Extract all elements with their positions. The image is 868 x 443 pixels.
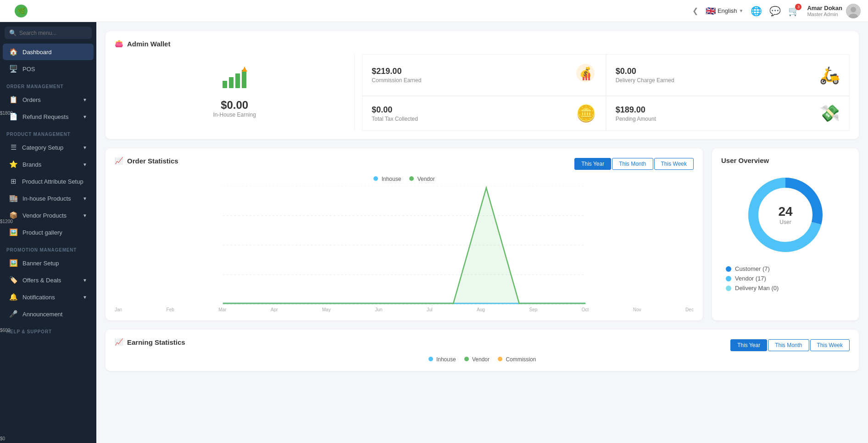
search-input[interactable]: [19, 30, 87, 36]
cart-icon[interactable]: 🛒 3: [788, 6, 800, 17]
chevron-down-icon: ▼: [83, 196, 87, 201]
delivery-charge-label: Delivery Charge Earned: [616, 77, 674, 84]
sidebar-item-label: Banner Setup: [22, 260, 59, 267]
x-aug: Aug: [477, 307, 485, 312]
x-oct: Oct: [582, 307, 589, 312]
earning-stats-title: 📈 Earning Statistics: [115, 338, 185, 346]
x-jan: Jan: [115, 307, 122, 312]
donut-chart: 24 User: [744, 174, 827, 256]
earning-commission-dot: [498, 357, 502, 361]
sidebar-item-label: Product Attribute Setup: [22, 178, 83, 185]
earning-legend: Inhouse Vendor Commission: [115, 356, 850, 363]
inhouse-earning-label: In-House Earning: [213, 112, 256, 118]
collapse-sidebar-button[interactable]: ❮: [692, 6, 698, 15]
legend-vendor: Vendor: [409, 176, 434, 182]
language-label: English: [718, 7, 737, 14]
donut-label: User: [778, 219, 792, 225]
total-tax-amount: $0.00: [372, 105, 418, 115]
language-selector[interactable]: 🇬🇧 English ▼: [706, 6, 744, 16]
legend-inhouse-dot: [373, 176, 378, 181]
x-jun: Jun: [375, 307, 382, 312]
commission-earned-label: Commission Earned: [372, 77, 421, 84]
user-overview-title-text: User Overview: [721, 157, 769, 164]
earning-stats-title-text: Earning Statistics: [127, 338, 185, 346]
tab-this-month[interactable]: This Month: [612, 158, 653, 170]
svg-rect-11: [583, 77, 584, 80]
order-stats-tabs: This Year This Month This Week: [574, 158, 694, 170]
user-overview-title: User Overview: [721, 157, 850, 164]
chevron-down-icon: ▼: [83, 295, 87, 300]
x-sep: Sep: [529, 307, 538, 312]
earning-stats-header: 📈 Earning Statistics This Year This Mont…: [115, 338, 850, 353]
sidebar-item-label: Dashboard: [22, 49, 52, 56]
user-menu[interactable]: Amar Dokan Master Admin: [807, 4, 861, 18]
donut-center-label: 24 User: [778, 204, 792, 225]
user-avatar[interactable]: [846, 4, 861, 18]
earning-legend-inhouse: Inhouse: [428, 356, 456, 363]
globe-icon[interactable]: 🌐: [751, 6, 762, 17]
vendor-label: Vendor (17): [735, 275, 766, 282]
user-name: Amar Dokan: [807, 5, 842, 11]
main-content-area: 👛 Admin Wallet: [96, 22, 868, 443]
earning-commission-label: Commission: [506, 356, 536, 363]
chat-icon[interactable]: 💬: [769, 6, 781, 17]
earning-tab-this-week[interactable]: This Week: [810, 339, 850, 351]
vendor-dot: [726, 276, 731, 281]
chevron-down-icon: ▼: [83, 162, 87, 167]
order-chart-svg: [115, 186, 694, 305]
order-stats-icon: 📈: [115, 157, 123, 165]
x-may: May: [322, 307, 331, 312]
chart-container: $2400 $1800 $1200 $600 $0: [115, 186, 694, 312]
donut-total: 24: [778, 204, 792, 219]
svg-point-1: [851, 7, 856, 12]
chevron-down-icon: ▼: [83, 145, 87, 150]
svg-rect-5: [235, 73, 240, 88]
lang-chevron-icon: ▼: [739, 8, 744, 13]
wallet-stats-grid: $219.00 Commission Earned 💰: [362, 54, 850, 131]
x-dec: Dec: [685, 307, 694, 312]
admin-wallet-card: 👛 Admin Wallet: [106, 31, 859, 139]
earning-statistics-card: 📈 Earning Statistics This Year This Mont…: [106, 330, 859, 371]
earning-tab-this-month[interactable]: This Month: [768, 339, 809, 351]
sidebar-item-label: Category Setup: [22, 144, 63, 151]
admin-wallet-title-text: Admin Wallet: [127, 40, 170, 48]
legend-inhouse-label: Inhouse: [382, 176, 401, 182]
legend-inhouse: Inhouse: [373, 176, 401, 182]
admin-wallet-title: 👛 Admin Wallet: [115, 39, 850, 48]
pending-icon: 💸: [819, 104, 840, 123]
delivery-charge-amount: $0.00: [616, 67, 674, 76]
x-apr: Apr: [271, 307, 278, 312]
bottom-section: 📈 Order Statistics This Year This Month …: [106, 148, 859, 330]
app-logo[interactable]: 🌿: [15, 5, 28, 17]
delivery-man-label: Delivery Man (0): [735, 285, 779, 292]
inhouse-earning-cell: $0.00 In-House Earning: [115, 54, 355, 131]
flag-icon: 🇬🇧: [706, 6, 716, 16]
tab-this-week[interactable]: This Week: [654, 158, 694, 170]
total-tax-cell: $0.00 Total Tax Collected 🪙: [362, 96, 606, 131]
x-nov: Nov: [633, 307, 641, 312]
order-stats-header: 📈 Order Statistics This Year This Month …: [115, 157, 694, 171]
inhouse-earning-amount: $0.00: [221, 99, 248, 112]
sidebar-item-label: In-house Products: [22, 195, 71, 202]
pending-amount-label: Pending Amount: [616, 116, 656, 122]
sidebar-item-label: POS: [22, 66, 35, 73]
inhouse-chart-icon: [222, 67, 247, 95]
earning-tab-this-year[interactable]: This Year: [730, 339, 767, 351]
pending-amount-amount: $189.00: [616, 105, 656, 115]
order-stats-title: 📈 Order Statistics: [115, 157, 178, 165]
main-layout: 🔍 🏠 Dashboard 🖥️ POS ORDER MANAGEMENT 📋 …: [0, 0, 868, 443]
earning-legend-vendor: Vendor: [464, 356, 490, 363]
customer-dot: [726, 266, 731, 272]
earning-inhouse-label: Inhouse: [436, 356, 456, 363]
sidebar-item-label: Notifications: [22, 294, 55, 301]
order-statistics-card: 📈 Order Statistics This Year This Month …: [106, 148, 703, 320]
commission-earned-amount: $219.00: [372, 67, 421, 76]
commission-earned-cell: $219.00 Commission Earned 💰: [362, 54, 606, 96]
svg-rect-13: [588, 73, 590, 80]
svg-rect-4: [229, 77, 234, 88]
earning-stats-tabs: This Year This Month This Week: [730, 339, 850, 351]
legend-vendor-dot: [409, 176, 414, 181]
tab-this-year[interactable]: This Year: [574, 158, 611, 170]
pending-amount-cell: $189.00 Pending Amount 💸: [606, 96, 850, 131]
top-navigation: 🌿 ❮ 🇬🇧 English ▼ 🌐 💬 🛒 3 Amar Dokan Mast…: [0, 0, 868, 22]
